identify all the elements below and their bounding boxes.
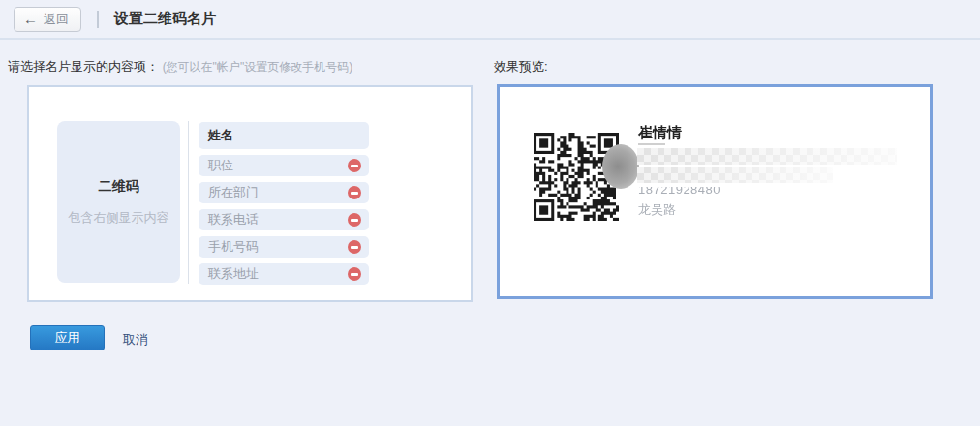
field-row: 姓名 [199,122,369,149]
field-row: 职位 [199,155,369,176]
content-items-label: 请选择名片显示的内容项： (您可以在"帐户"设置页修改手机号码) [8,58,352,76]
preview-panel: 崔情情 18721928480 龙吴路 [497,84,933,299]
topbar: ← 返回 设置二维码名片 [0,0,980,40]
cancel-link[interactable]: 取消 [123,331,148,349]
remove-icon[interactable] [348,186,361,199]
redacted-row [637,167,833,183]
remove-icon[interactable] [348,267,361,281]
redacted-bar [638,143,665,145]
back-button-label: 返回 [44,11,69,28]
back-button[interactable]: ← 返回 [14,7,81,32]
remove-icon[interactable] [348,213,361,227]
remove-icon[interactable] [348,159,361,172]
blurred-avatar [602,144,639,189]
field-label: 手机号码 [208,238,259,256]
field-row: 所在部门 [199,182,369,203]
field-label: 姓名 [208,127,233,144]
field-label: 职位 [208,157,233,174]
preview-name: 崔情情 [638,124,682,142]
field-row: 联系电话 [199,209,369,230]
title-divider [97,11,99,28]
content-items-label-text: 请选择名片显示的内容项： [8,59,159,74]
field-label: 所在部门 [208,184,259,201]
field-list: 姓名职位所在部门联系电话手机号码联系地址 [199,122,369,285]
content-items-panel: 二维码 包含右侧显示内容 姓名职位所在部门联系电话手机号码联系地址 [27,85,473,302]
arrow-left-icon: ← [23,12,38,26]
apply-button[interactable]: 应用 [30,325,105,350]
qr-box-title: 二维码 [99,178,139,196]
preview-address: 龙吴路 [638,201,676,219]
preview-label: 效果预览: [494,58,548,76]
field-label: 联系地址 [208,265,259,283]
remove-icon[interactable] [348,240,361,254]
field-row: 联系地址 [199,263,369,285]
field-row: 手机号码 [199,236,369,258]
field-label: 联系电话 [208,211,259,228]
qr-card-settings-page: ← 返回 设置二维码名片 请选择名片显示的内容项： (您可以在"帐户"设置页修改… [0,0,980,426]
vertical-divider [188,121,189,284]
page-title: 设置二维码名片 [114,10,216,28]
phone-edit-hint: (您可以在"帐户"设置页修改手机号码) [163,60,353,74]
redacted-row [637,148,897,165]
qr-placeholder-box: 二维码 包含右侧显示内容 [57,121,180,283]
preview-phone: 18721928480 [638,187,720,198]
qr-box-subtitle: 包含右侧显示内容 [69,209,169,227]
